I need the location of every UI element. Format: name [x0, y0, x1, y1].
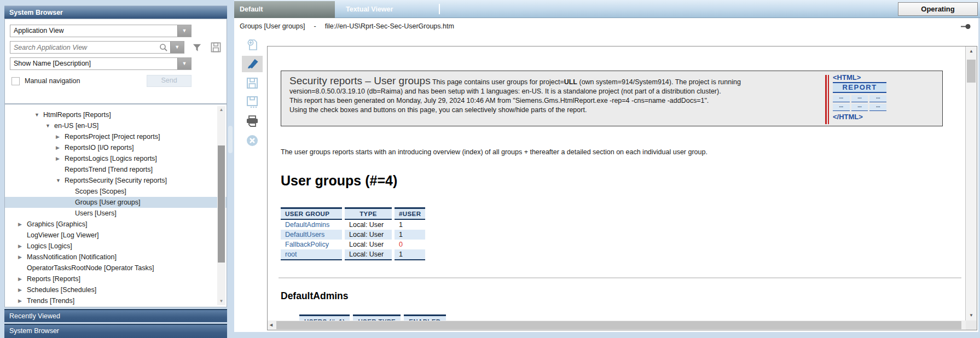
pin-icon[interactable]	[961, 24, 971, 30]
manual-navigation-checkbox[interactable]	[11, 77, 20, 85]
scroll-up-icon[interactable]: ▲	[966, 48, 977, 55]
view-dropdown[interactable]: Application View ▼	[10, 25, 192, 37]
print-icon	[246, 115, 259, 127]
tree-item-scopes[interactable]: Scopes [Scopes]	[5, 186, 227, 197]
expand-closed-icon[interactable]: ▶	[56, 142, 65, 153]
cancel-report-button[interactable]	[242, 132, 263, 149]
expand-closed-icon[interactable]: ▶	[18, 284, 27, 295]
group-link[interactable]: root	[285, 250, 297, 258]
report-toolbar	[241, 34, 266, 151]
expand-closed-icon[interactable]: ▶	[18, 219, 27, 230]
tree-item-htmlreports[interactable]: ▼HtmlReports [Reports]	[5, 109, 227, 120]
scroll-down-icon[interactable]: ▼	[966, 312, 977, 319]
view-dropdown-value: Application View	[10, 25, 177, 37]
expand-open-icon[interactable]: ▼	[56, 175, 65, 186]
expand-closed-icon[interactable]: ▶	[18, 252, 27, 263]
tree-item-reportssecurity[interactable]: ▼ReportsSecurity [Security reports]	[5, 175, 227, 186]
group-link[interactable]: DefaultAdmins	[285, 221, 329, 229]
table-row: DefaultAdmins Local: User 1	[281, 220, 425, 230]
tab-textual-viewer[interactable]: Textual Viewer	[340, 1, 442, 18]
send-button[interactable]: Send	[147, 75, 192, 87]
report-title: Security reports – User groups	[289, 75, 431, 86]
tree-item-massnotification[interactable]: ▶MassNotification [Notification]	[5, 252, 227, 263]
recently-viewed-bar[interactable]: Recently Viewed	[4, 309, 227, 322]
panel-splitter[interactable]	[228, 126, 233, 153]
group-link[interactable]: FallbackPolicy	[285, 241, 329, 248]
expand-closed-icon[interactable]: ▶	[18, 241, 27, 252]
expand-open-icon[interactable]: ▼	[34, 109, 43, 120]
logo-close-tag: </HTML>	[833, 113, 886, 121]
col-user-group: USER GROUP	[281, 207, 342, 220]
chevron-down-icon[interactable]: ▼	[170, 42, 184, 53]
tree-item-reportslogics[interactable]: ▶ReportsLogics [Logics reports]	[5, 153, 227, 164]
expand-closed-icon[interactable]: ▶	[18, 273, 27, 284]
cancel-icon	[246, 135, 258, 147]
hscroll-thumb[interactable]	[276, 321, 961, 329]
report-usage-line: Using the check boxes and buttons on thi…	[289, 106, 587, 114]
col-type: TYPE	[345, 207, 392, 220]
system-browser-bar[interactable]: System Browser	[4, 324, 227, 338]
manual-navigation-label: Manual navigation	[25, 77, 80, 85]
tree-item-logics[interactable]: ▶Logics [Logics]	[5, 241, 227, 252]
section-divider	[279, 277, 961, 278]
edit-pen-icon	[246, 57, 259, 71]
report-generated-line: This report has been generated on Monday…	[289, 97, 709, 104]
chevron-down-icon[interactable]: ▼	[177, 25, 191, 37]
scroll-down-icon[interactable]: ▼	[217, 298, 225, 305]
report-horizontal-scrollbar[interactable]: ◄	[268, 320, 966, 330]
expand-closed-icon[interactable]: ▶	[56, 131, 65, 142]
tree-scrollbar[interactable]: ▲ ▼	[217, 106, 225, 305]
display-mode-dropdown[interactable]: Show Name [Description] ▼	[10, 57, 192, 70]
tree-item-reportsproject[interactable]: ▶ReportsProject [Project reports]	[5, 131, 227, 142]
tree-item-trends[interactable]: ▶Trends [Trends]	[5, 295, 227, 306]
table-row: DefaultUsers Local: User 1	[281, 230, 425, 240]
expand-closed-icon[interactable]: ▶	[56, 153, 65, 164]
save-as-report-button[interactable]	[242, 94, 263, 110]
scroll-left-icon[interactable]: ◄	[269, 320, 275, 330]
report-viewer: Security reports – User groups This page…	[234, 34, 978, 332]
chevron-down-icon[interactable]: ▼	[177, 58, 191, 69]
search-input[interactable]	[10, 43, 159, 52]
save-report-button[interactable]	[242, 75, 263, 91]
defaultadmins-heading: DefaultAdmins	[281, 290, 966, 302]
report-header-text: Security reports – User groups This page…	[289, 76, 756, 115]
logo-table-icon: ... ... ... ... ... ...	[833, 95, 886, 111]
search-field[interactable]: ▼	[10, 41, 184, 54]
tree-item-reportsio[interactable]: ▶ReportsIO [I/O reports]	[5, 142, 227, 153]
tree-item-schedules[interactable]: ▶Schedules [Schedules]	[5, 284, 227, 295]
tab-default[interactable]: Default	[234, 1, 335, 18]
search-icon[interactable]	[159, 43, 170, 52]
logo-report-label: REPORT	[833, 83, 886, 93]
edit-report-button[interactable]	[242, 56, 263, 72]
save-icon	[246, 77, 258, 89]
add-report-button[interactable]	[242, 37, 263, 53]
navigation-tree: ▼HtmlReports [Reports] ▼en-US [en-US] ▶R…	[4, 104, 227, 307]
tree-item-groups-selected[interactable]: Groups [User groups]	[5, 197, 227, 208]
scroll-up-icon[interactable]: ▲	[217, 107, 225, 113]
tree-item-en-us[interactable]: ▼en-US [en-US]	[5, 120, 227, 131]
tree-item-logviewer[interactable]: LogViewer [Log Viewer]	[5, 230, 227, 241]
print-report-button[interactable]	[242, 113, 263, 130]
tree-item-graphics[interactable]: ▶Graphics [Graphics]	[5, 219, 227, 230]
tree-item-operatortasks[interactable]: OperatorTasksRootNode [Operator Tasks]	[5, 263, 227, 273]
display-mode-value: Show Name [Description]	[10, 58, 177, 69]
tree-item-reportstrend[interactable]: ReportsTrend [Trend reports]	[5, 164, 227, 175]
expand-open-icon[interactable]: ▼	[45, 120, 54, 131]
tree-item-reports[interactable]: ▶Reports [Reports]	[5, 273, 227, 284]
save-filter-icon[interactable]	[210, 42, 222, 54]
tree-scrollbar-thumb[interactable]	[218, 145, 225, 263]
system-browser-panel: System Browser Application View ▼ ▼ Show…	[4, 5, 227, 338]
user-groups-heading: User groups (#=4)	[281, 173, 966, 189]
operating-mode-button[interactable]: Operating	[898, 2, 978, 16]
col-user-count: #USER	[395, 207, 425, 220]
vscroll-thumb[interactable]	[967, 60, 976, 83]
tree-item-users[interactable]: Users [Users]	[5, 208, 227, 219]
report-vertical-scrollbar[interactable]: ▲ ▼	[965, 46, 977, 320]
filter-icon[interactable]	[192, 42, 203, 54]
project-name: ULL	[564, 78, 577, 86]
group-link[interactable]: DefaultUsers	[285, 231, 324, 238]
report-intro: The user groups reports starts with an i…	[281, 148, 966, 156]
expand-closed-icon[interactable]: ▶	[18, 295, 27, 306]
tab-separator	[439, 4, 440, 14]
col-enabled: ENABLED	[404, 314, 445, 320]
